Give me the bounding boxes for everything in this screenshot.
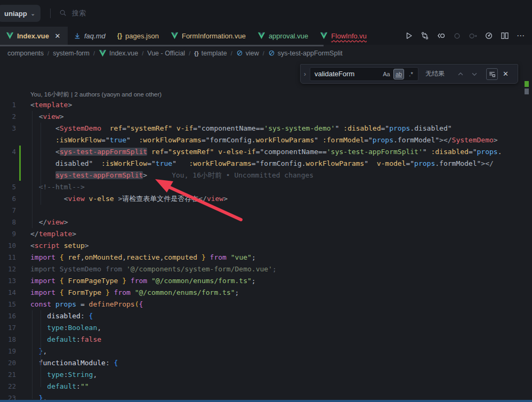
tab-label: faq.md	[84, 32, 106, 40]
git-modified-gutter-bar	[19, 146, 21, 181]
code-line-7[interactable]: 7	[0, 205, 532, 216]
tab-label: FormInformation.vue	[182, 32, 246, 40]
code-line-20[interactable]: 20 functionalModule: {	[0, 357, 532, 369]
circle-arrow-icon[interactable]	[466, 29, 480, 43]
code-line-wrap[interactable]: sys-test-appFormSplit>You, 16小时前 • Uncom…	[0, 170, 532, 181]
code-line-8[interactable]: 8 </view>	[0, 216, 532, 228]
line-content: import { FormType } from "@/common/enums…	[30, 287, 239, 299]
code-line-11[interactable]: 11import { ref,onMounted,reactive,comput…	[0, 252, 532, 263]
symbol-icon	[268, 50, 275, 57]
tab-faq.md[interactable]: faq.md	[68, 27, 111, 45]
line-content: import { ref,onMounted,reactive,computed…	[30, 252, 256, 263]
find-in-selection-button[interactable]	[486, 68, 498, 80]
run-icon[interactable]	[402, 29, 416, 43]
find-option-regex[interactable]: .*	[406, 69, 416, 79]
global-search-placeholder: 搜索	[72, 9, 86, 18]
indent-guide	[32, 310, 33, 399]
line-content: <sys-test-appFormSplit ref="systemRef" v…	[30, 146, 502, 158]
find-previous-button[interactable]	[455, 69, 466, 79]
tab-FlowInfo.vu[interactable]: FlowInfo.vu	[314, 27, 372, 45]
line-content: disabled: {	[30, 310, 93, 322]
code-line-15[interactable]: 15const props = defineProps({	[0, 299, 532, 310]
find-results-status: 无结果	[425, 69, 453, 78]
indent-guide	[41, 310, 41, 387]
line-content: const props = defineProps({	[30, 299, 143, 310]
code-line-14[interactable]: 14import { FormType } from "@/common/enu…	[0, 287, 532, 299]
find-close-button[interactable]: ✕	[503, 70, 509, 78]
tab-Index.vue[interactable]: Index.vue✕	[0, 27, 68, 45]
code-line-wrap[interactable]: :isWorkFlow="true" :workFlowParams="form…	[0, 134, 532, 146]
tab-FormInformation.vue[interactable]: FormInformation.vue	[165, 27, 252, 45]
code-line-13[interactable]: 13import { FromPageType } from "@/common…	[0, 275, 532, 287]
line-content: disabled" :isWorkFlow="true" :workFlowPa…	[30, 158, 494, 170]
more-icon[interactable]: ⋯	[514, 29, 528, 43]
code-line-4[interactable]: 4 <sys-test-appFormSplit ref="systemRef"…	[0, 146, 532, 158]
line-number: 16	[0, 310, 30, 322]
breadcrumb-separator: /	[47, 50, 49, 57]
code-line-wrap[interactable]: disabled" :isWorkFlow="true" :workFlowPa…	[0, 158, 532, 170]
code-line-3[interactable]: 3 <SystemDemo ref="systemRef" v-if="comp…	[0, 123, 532, 134]
breadcrumb-item-view[interactable]: view	[236, 50, 259, 57]
find-option-whole-word[interactable]: ab	[393, 69, 404, 79]
line-content: <view>	[30, 111, 64, 123]
find-expand-chevron-icon[interactable]: ›	[301, 70, 310, 78]
app-menu-button[interactable]: uniapp ⌄	[0, 5, 41, 22]
line-content: <script setup>	[30, 240, 89, 252]
tab-label: approval.vue	[269, 32, 308, 40]
code-editor[interactable]: You, 16小时前 | 2 authors (yaoyn and one ot…	[0, 60, 532, 402]
code-line-6[interactable]: 6 <view v-else >请检查表单文件是否存在</view>	[0, 193, 532, 205]
tab-close-icon[interactable]: ✕	[53, 32, 62, 40]
breadcrumb-item-Vue - Official[interactable]: Vue - Official	[147, 50, 185, 57]
line-number	[0, 134, 30, 146]
line-content: <SystemDemo ref="systemRef" v-if="compon…	[30, 123, 452, 134]
code-line-17[interactable]: 17 type:Boolean,	[0, 322, 532, 334]
line-content: import SystemDemo from '@/components/sys…	[30, 263, 277, 275]
code-line-1[interactable]: 1<template>	[0, 99, 532, 111]
line-number: 10	[0, 240, 30, 252]
debug-run-icon[interactable]	[482, 29, 496, 43]
breadcrumb-item-sys-test-appFormSplit[interactable]: sys-test-appFormSplit	[268, 50, 343, 57]
vue-icon	[6, 32, 14, 39]
line-number: 15	[0, 299, 30, 310]
find-nav	[455, 68, 498, 80]
vue-icon	[257, 32, 265, 39]
circle-icon[interactable]	[450, 29, 464, 43]
find-next-button[interactable]	[469, 69, 480, 79]
global-search-button[interactable]: 搜索	[59, 9, 86, 18]
breadcrumb-item-system-form[interactable]: system-form	[53, 50, 90, 57]
line-number: 19	[0, 345, 30, 357]
line-content: :isWorkFlow="true" :workFlowParams="form…	[30, 134, 498, 146]
find-option-match-case[interactable]: Aa	[381, 69, 392, 79]
line-number: 7	[0, 205, 30, 216]
line-content: <!--html-->	[30, 181, 85, 193]
breadcrumb-item-Index.vue[interactable]: Index.vue	[99, 50, 138, 57]
tab-approval.vue[interactable]: approval.vue	[252, 27, 314, 45]
breadcrumb-item-template[interactable]: {}template	[194, 50, 227, 57]
code-line-16[interactable]: 16 disabled: {	[0, 310, 532, 322]
codelens-annotation[interactable]: You, 16小时前 | 2 authors (yaoyn and one ot…	[0, 90, 532, 99]
overview-ruler-scroll-mark[interactable]	[525, 89, 529, 94]
breadcrumb-item-components[interactable]: components	[7, 50, 44, 57]
title-bar: uniapp ⌄ 搜索	[0, 0, 532, 27]
code-line-9[interactable]: 9</template>	[0, 228, 532, 240]
md-down-icon	[74, 32, 81, 39]
line-number: 5	[0, 181, 30, 193]
line-number: 8	[0, 216, 30, 228]
find-widget: › Aaab.* 无结果 ✕	[300, 64, 518, 84]
code-line-18[interactable]: 18 default:false	[0, 334, 532, 345]
nav-back-icon[interactable]	[434, 29, 448, 43]
code-line-19[interactable]: 19 },	[0, 345, 532, 357]
line-content: </template>	[30, 228, 76, 240]
git-compare-icon[interactable]	[418, 29, 432, 43]
split-editor-icon[interactable]	[498, 29, 512, 43]
code-line-5[interactable]: 5 <!--html-->	[0, 181, 532, 193]
code-line-12[interactable]: 12import SystemDemo from '@/components/s…	[0, 263, 532, 275]
app-menu-label: uniapp	[4, 10, 27, 18]
code-line-10[interactable]: 10<script setup>	[0, 240, 532, 252]
code-line-21[interactable]: 21 type:String,	[0, 369, 532, 381]
line-content: <template>	[30, 99, 72, 111]
code-line-2[interactable]: 2 <view>	[0, 111, 532, 123]
find-input[interactable]	[310, 70, 377, 78]
tab-pages.json[interactable]: {}pages.json	[111, 27, 165, 45]
code-line-22[interactable]: 22 default:""	[0, 381, 532, 392]
